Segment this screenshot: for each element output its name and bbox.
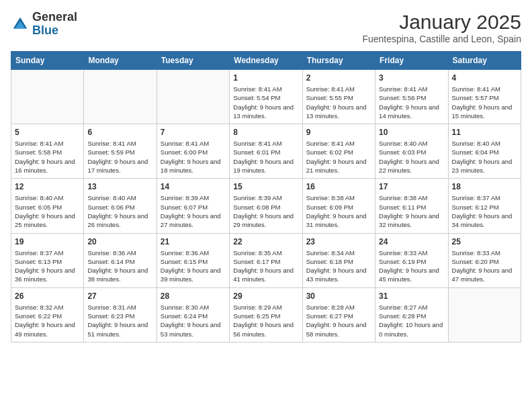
calendar-cell: 2Sunrise: 8:41 AMSunset: 5:55 PMDaylight… <box>302 70 375 124</box>
day-info: Sunrise: 8:41 AMSunset: 6:02 PMDaylight:… <box>306 139 371 175</box>
calendar-cell: 10Sunrise: 8:40 AMSunset: 6:03 PMDayligh… <box>375 124 448 179</box>
day-info: Sunrise: 8:33 AMSunset: 6:19 PMDaylight:… <box>379 248 444 284</box>
day-number: 12 <box>15 182 80 191</box>
day-header-tuesday: Tuesday <box>157 52 229 70</box>
calendar-cell: 11Sunrise: 8:40 AMSunset: 6:04 PMDayligh… <box>448 124 521 179</box>
calendar-cell: 6Sunrise: 8:41 AMSunset: 5:59 PMDaylight… <box>84 124 157 179</box>
calendar-cell: 27Sunrise: 8:31 AMSunset: 6:23 PMDayligh… <box>84 287 157 342</box>
calendar-cell: 23Sunrise: 8:34 AMSunset: 6:18 PMDayligh… <box>302 233 375 287</box>
calendar-cell <box>84 70 157 124</box>
day-info: Sunrise: 8:36 AMSunset: 6:15 PMDaylight:… <box>161 248 226 284</box>
calendar-cell: 31Sunrise: 8:27 AMSunset: 6:28 PMDayligh… <box>375 287 448 342</box>
calendar-cell: 17Sunrise: 8:38 AMSunset: 6:11 PMDayligh… <box>375 179 448 233</box>
day-number: 26 <box>15 291 80 301</box>
day-header-saturday: Saturday <box>448 52 521 70</box>
calendar-cell: 21Sunrise: 8:36 AMSunset: 6:15 PMDayligh… <box>157 233 229 287</box>
week-row-4: 19Sunrise: 8:37 AMSunset: 6:13 PMDayligh… <box>11 233 521 287</box>
calendar-cell: 15Sunrise: 8:39 AMSunset: 6:08 PMDayligh… <box>230 179 302 233</box>
calendar-cell: 20Sunrise: 8:36 AMSunset: 6:14 PMDayligh… <box>84 233 157 287</box>
logo-general: General <box>32 11 77 24</box>
day-number: 1 <box>233 73 298 83</box>
title-block: January 2025 Fuentespina, Castille and L… <box>362 11 521 44</box>
day-info: Sunrise: 8:36 AMSunset: 6:14 PMDaylight:… <box>87 248 152 284</box>
calendar-cell: 12Sunrise: 8:40 AMSunset: 6:05 PMDayligh… <box>11 179 84 233</box>
day-info: Sunrise: 8:27 AMSunset: 6:28 PMDaylight:… <box>379 303 444 338</box>
week-row-1: 1Sunrise: 8:41 AMSunset: 5:54 PMDaylight… <box>11 70 521 124</box>
calendar-cell: 16Sunrise: 8:38 AMSunset: 6:09 PMDayligh… <box>302 179 375 233</box>
day-info: Sunrise: 8:32 AMSunset: 6:22 PMDaylight:… <box>15 303 80 338</box>
calendar-cell: 25Sunrise: 8:33 AMSunset: 6:20 PMDayligh… <box>448 233 521 287</box>
day-info: Sunrise: 8:40 AMSunset: 6:06 PMDaylight:… <box>87 193 152 229</box>
day-number: 14 <box>161 182 226 191</box>
day-header-sunday: Sunday <box>11 52 84 70</box>
calendar-cell <box>157 70 229 124</box>
calendar-cell: 9Sunrise: 8:41 AMSunset: 6:02 PMDaylight… <box>302 124 375 179</box>
calendar-cell: 22Sunrise: 8:35 AMSunset: 6:17 PMDayligh… <box>230 233 302 287</box>
day-number: 8 <box>233 128 298 137</box>
day-number: 6 <box>87 128 152 137</box>
day-header-friday: Friday <box>375 52 448 70</box>
day-number: 23 <box>306 237 371 246</box>
day-info: Sunrise: 8:33 AMSunset: 6:20 PMDaylight:… <box>452 248 517 284</box>
location-subtitle: Fuentespina, Castille and Leon, Spain <box>362 34 521 44</box>
day-info: Sunrise: 8:41 AMSunset: 5:54 PMDaylight:… <box>233 85 298 120</box>
calendar-cell: 24Sunrise: 8:33 AMSunset: 6:19 PMDayligh… <box>375 233 448 287</box>
day-number: 7 <box>161 128 226 137</box>
calendar-cell: 14Sunrise: 8:39 AMSunset: 6:07 PMDayligh… <box>157 179 229 233</box>
day-info: Sunrise: 8:41 AMSunset: 5:57 PMDaylight:… <box>452 85 517 120</box>
day-header-wednesday: Wednesday <box>230 52 302 70</box>
day-number: 27 <box>87 291 152 301</box>
day-info: Sunrise: 8:31 AMSunset: 6:23 PMDaylight:… <box>87 303 152 338</box>
logo-blue: Blue <box>32 24 77 38</box>
day-number: 18 <box>452 182 517 191</box>
week-row-5: 26Sunrise: 8:32 AMSunset: 6:22 PMDayligh… <box>11 287 521 342</box>
month-title: January 2025 <box>362 11 521 34</box>
calendar-cell: 5Sunrise: 8:41 AMSunset: 5:58 PMDaylight… <box>11 124 84 179</box>
day-info: Sunrise: 8:40 AMSunset: 6:04 PMDaylight:… <box>452 139 517 175</box>
day-number: 2 <box>306 73 371 83</box>
day-info: Sunrise: 8:40 AMSunset: 6:03 PMDaylight:… <box>379 139 444 175</box>
day-info: Sunrise: 8:38 AMSunset: 6:11 PMDaylight:… <box>379 193 444 229</box>
day-number: 3 <box>379 73 444 83</box>
day-info: Sunrise: 8:38 AMSunset: 6:09 PMDaylight:… <box>306 193 371 229</box>
day-info: Sunrise: 8:41 AMSunset: 5:58 PMDaylight:… <box>15 139 80 175</box>
week-row-3: 12Sunrise: 8:40 AMSunset: 6:05 PMDayligh… <box>11 179 521 233</box>
day-info: Sunrise: 8:28 AMSunset: 6:27 PMDaylight:… <box>306 303 371 338</box>
calendar-cell <box>448 287 521 342</box>
day-header-monday: Monday <box>84 52 157 70</box>
day-info: Sunrise: 8:37 AMSunset: 6:12 PMDaylight:… <box>452 193 517 229</box>
day-number: 15 <box>233 182 298 191</box>
day-number: 4 <box>452 73 517 83</box>
day-number: 29 <box>233 291 298 301</box>
calendar-cell: 30Sunrise: 8:28 AMSunset: 6:27 PMDayligh… <box>302 287 375 342</box>
day-number: 28 <box>161 291 226 301</box>
calendar-cell <box>11 70 84 124</box>
logo: General Blue <box>11 11 77 38</box>
calendar-cell: 28Sunrise: 8:30 AMSunset: 6:24 PMDayligh… <box>157 287 229 342</box>
day-number: 9 <box>306 128 371 137</box>
header-row: SundayMondayTuesdayWednesdayThursdayFrid… <box>11 52 521 70</box>
day-info: Sunrise: 8:41 AMSunset: 6:01 PMDaylight:… <box>233 139 298 175</box>
day-info: Sunrise: 8:41 AMSunset: 5:55 PMDaylight:… <box>306 85 371 120</box>
day-info: Sunrise: 8:40 AMSunset: 6:05 PMDaylight:… <box>15 193 80 229</box>
calendar-cell: 18Sunrise: 8:37 AMSunset: 6:12 PMDayligh… <box>448 179 521 233</box>
day-number: 11 <box>452 128 517 137</box>
day-number: 17 <box>379 182 444 191</box>
calendar-cell: 13Sunrise: 8:40 AMSunset: 6:06 PMDayligh… <box>84 179 157 233</box>
calendar-cell: 7Sunrise: 8:41 AMSunset: 6:00 PMDaylight… <box>157 124 229 179</box>
day-info: Sunrise: 8:34 AMSunset: 6:18 PMDaylight:… <box>306 248 371 284</box>
calendar-cell: 4Sunrise: 8:41 AMSunset: 5:57 PMDaylight… <box>448 70 521 124</box>
day-number: 13 <box>87 182 152 191</box>
logo-text: General Blue <box>32 11 77 38</box>
day-number: 16 <box>306 182 371 191</box>
calendar-cell: 29Sunrise: 8:29 AMSunset: 6:25 PMDayligh… <box>230 287 302 342</box>
calendar-table: SundayMondayTuesdayWednesdayThursdayFrid… <box>11 51 521 342</box>
day-info: Sunrise: 8:30 AMSunset: 6:24 PMDaylight:… <box>161 303 226 338</box>
day-info: Sunrise: 8:35 AMSunset: 6:17 PMDaylight:… <box>233 248 298 284</box>
day-info: Sunrise: 8:41 AMSunset: 5:59 PMDaylight:… <box>87 139 152 175</box>
calendar-cell: 26Sunrise: 8:32 AMSunset: 6:22 PMDayligh… <box>11 287 84 342</box>
calendar-cell: 3Sunrise: 8:41 AMSunset: 5:56 PMDaylight… <box>375 70 448 124</box>
day-number: 10 <box>379 128 444 137</box>
day-number: 31 <box>379 291 444 301</box>
day-info: Sunrise: 8:41 AMSunset: 5:56 PMDaylight:… <box>379 85 444 120</box>
